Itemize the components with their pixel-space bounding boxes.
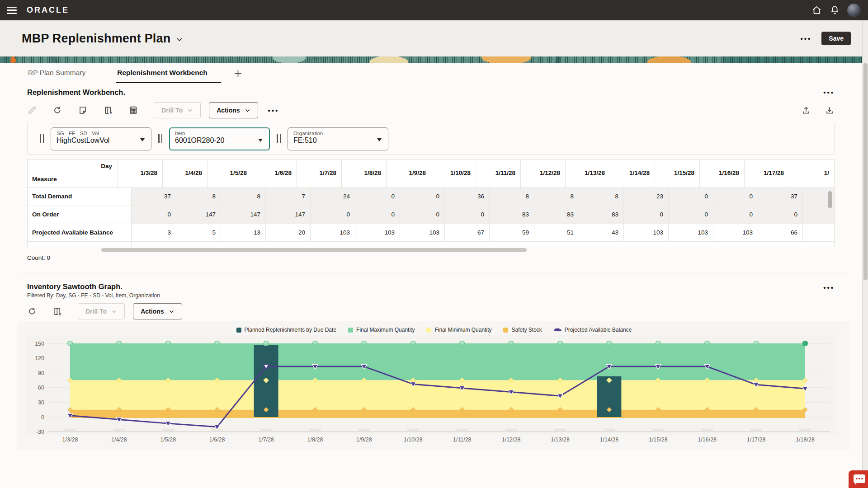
edit-pencil-icon[interactable] <box>27 105 37 115</box>
table-cell[interactable]: 103 <box>400 224 445 241</box>
download-icon[interactable] <box>825 105 835 115</box>
tab-replenishment-workbench[interactable]: Replenishment Workbench <box>116 63 221 83</box>
table-cell[interactable]: 147 <box>176 206 221 224</box>
drill-to-button[interactable]: Drill To <box>78 303 125 319</box>
table-cell[interactable]: 0 <box>624 206 669 224</box>
drag-handle[interactable] <box>158 134 162 143</box>
table-horizontal-scrollbar[interactable] <box>27 247 835 253</box>
header-overflow-menu[interactable]: ••• <box>801 35 812 42</box>
table-cell[interactable]: 83 <box>490 206 534 224</box>
table-cell[interactable]: 0 <box>758 206 803 224</box>
page-scrollbar[interactable] <box>862 20 868 488</box>
x-tick-label: 1/9/28 <box>356 436 372 443</box>
table-cell[interactable]: 67 <box>445 224 490 241</box>
row-header[interactable]: Projected Available Balance <box>28 224 132 241</box>
home-icon[interactable] <box>811 5 822 16</box>
table-cell[interactable]: -13 <box>221 224 266 241</box>
table-cell[interactable]: 0 <box>311 206 355 224</box>
calculator-icon[interactable] <box>128 105 138 115</box>
legend-item[interactable]: Safety Stock <box>503 327 542 333</box>
table-cell[interactable]: 8 <box>490 188 534 206</box>
filter-item-dropdown[interactable]: Item 6001OR280-20 <box>169 127 270 150</box>
table-cell[interactable]: 147 <box>266 206 311 224</box>
plan-switcher-chevron-icon[interactable] <box>176 36 183 43</box>
table-cell[interactable]: 51 <box>534 224 579 241</box>
x-tick-label: 1/3/28 <box>62 436 78 443</box>
table-cell[interactable]: 0 <box>400 206 445 224</box>
max-marker <box>165 341 170 346</box>
table-cell[interactable]: 24 <box>311 188 355 206</box>
x-tick <box>64 429 76 431</box>
table-cell[interactable]: 37 <box>132 188 176 206</box>
drill-to-button[interactable]: Drill To <box>154 102 201 118</box>
table-cell[interactable]: 147 <box>221 206 266 224</box>
table-cell[interactable]: 103 <box>311 224 355 241</box>
filter-organization-dropdown[interactable]: Organization FE:510 <box>288 127 388 150</box>
legend-item[interactable]: Planned Replenishments by Due Date <box>236 327 336 333</box>
filter-sg-dropdown[interactable]: SG - FE - SD - Vol HighCostLowVol <box>51 127 151 150</box>
table-vertical-scrollbar[interactable] <box>828 191 832 254</box>
row-header[interactable]: On Order <box>28 206 132 224</box>
chat-bubble-icon <box>854 474 865 483</box>
table-cell[interactable]: -20 <box>266 224 311 241</box>
table-cell[interactable]: 8 <box>579 188 624 206</box>
chat-button[interactable] <box>849 470 868 488</box>
table-cell[interactable]: 0 <box>445 206 490 224</box>
chevron-down-icon <box>140 138 145 141</box>
table-cell[interactable]: 36 <box>445 188 490 206</box>
workbench-overflow-menu[interactable]: ••• <box>823 89 835 96</box>
refresh-icon[interactable] <box>52 105 62 115</box>
row-header[interactable]: Total Demand <box>28 188 132 206</box>
legend-item[interactable]: Final Maximum Quantity <box>348 327 415 333</box>
note-icon[interactable] <box>78 105 88 115</box>
global-header: ORACLE <box>0 0 868 20</box>
refresh-icon[interactable] <box>27 306 37 316</box>
table-cell[interactable]: 8 <box>534 188 579 206</box>
drag-handle[interactable] <box>277 134 281 143</box>
x-tick-label: 1/8/28 <box>307 436 323 443</box>
drag-handle[interactable] <box>40 134 44 143</box>
table-cell[interactable]: 0 <box>669 206 713 224</box>
area-legend-marker-icon <box>426 328 431 333</box>
table-cell[interactable]: 0 <box>400 188 445 206</box>
toolbar-overflow-menu[interactable]: ••• <box>268 107 279 114</box>
table-cell[interactable]: 66 <box>758 224 803 241</box>
table-cell[interactable]: 83 <box>579 206 624 224</box>
tab-rp-plan-summary[interactable]: RP Plan Summary <box>27 63 86 83</box>
table-cell[interactable]: 103 <box>713 224 758 241</box>
legend-item[interactable]: Final Minimum Quantity <box>426 327 491 333</box>
table-cell[interactable]: 59 <box>490 224 534 241</box>
table-cell[interactable]: 0 <box>132 206 176 224</box>
table-cell[interactable]: 3 <box>132 224 176 241</box>
table-cell[interactable]: -5 <box>176 224 221 241</box>
measure-catalog-icon[interactable]: # <box>103 105 113 115</box>
legend-item[interactable]: Projected Available Balance <box>554 327 632 333</box>
notifications-bell-icon[interactable] <box>829 5 840 16</box>
add-tab-icon[interactable] <box>234 69 242 78</box>
upload-icon[interactable] <box>801 105 811 115</box>
measure-catalog-icon[interactable]: # <box>52 306 62 316</box>
table-cell[interactable]: 103 <box>624 224 669 241</box>
table-cell[interactable]: 0 <box>355 188 400 206</box>
filtered-by-label: Filtered By: Day, SG - FE - SD - Vol, It… <box>27 292 160 299</box>
save-button[interactable]: Save <box>821 32 851 45</box>
table-cell[interactable]: 8 <box>176 188 221 206</box>
table-cell[interactable]: 0 <box>355 206 400 224</box>
table-cell[interactable]: 43 <box>579 224 624 241</box>
actions-button[interactable]: Actions <box>209 102 258 118</box>
table-cell[interactable]: 23 <box>624 188 669 206</box>
table-cell[interactable]: 37 <box>758 188 803 206</box>
table-cell[interactable]: 83 <box>534 206 579 224</box>
x-tick <box>260 429 272 431</box>
table-cell[interactable]: 7 <box>266 188 311 206</box>
table-cell[interactable]: 0 <box>713 188 758 206</box>
table-cell[interactable]: 0 <box>669 188 713 206</box>
sawtooth-overflow-menu[interactable]: ••• <box>823 284 835 291</box>
table-cell[interactable]: 103 <box>355 224 400 241</box>
table-cell[interactable]: 0 <box>713 206 758 224</box>
table-cell[interactable]: 103 <box>669 224 713 241</box>
hamburger-menu-icon[interactable] <box>7 7 17 14</box>
user-avatar[interactable] <box>847 4 861 17</box>
actions-button[interactable]: Actions <box>133 303 182 319</box>
table-cell[interactable]: 8 <box>221 188 266 206</box>
